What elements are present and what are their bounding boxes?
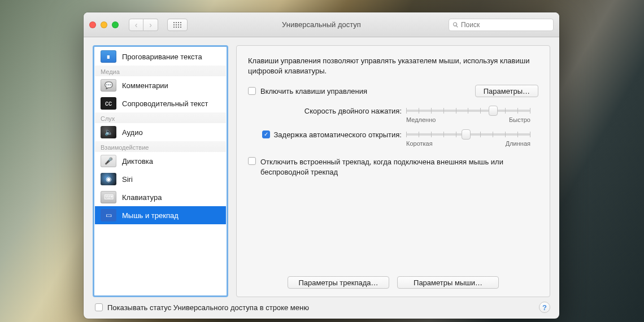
sidebar-item-label: Диктовка <box>122 157 153 166</box>
show-in-menubar-label: Показывать статус Универсального доступа… <box>107 303 309 312</box>
sidebar-item-label: Комментарии <box>122 81 168 90</box>
sidebar-item-captions[interactable]: cc Сопроводительный текст <box>95 94 226 112</box>
close-icon[interactable] <box>89 21 96 28</box>
slider-max-label: Быстро <box>509 116 530 123</box>
sidebar-item-siri[interactable]: ◉ Siri <box>95 170 226 188</box>
nav-buttons: ‹ › <box>129 19 158 31</box>
keyboard-icon: ⌨ <box>101 191 116 203</box>
category-list[interactable]: ∎ Проговаривание текста Медиа 💬 Коммента… <box>95 47 226 295</box>
chevron-left-icon: ‹ <box>135 20 138 29</box>
slider-knob-icon[interactable] <box>489 106 498 116</box>
mouse-options-button[interactable]: Параметры мыши… <box>397 276 499 289</box>
trackpad-options-button[interactable]: Параметры трекпада… <box>288 276 389 289</box>
section-header-media: Медиа <box>95 66 226 76</box>
sidebar-item-speech[interactable]: ∎ Проговаривание текста <box>95 47 226 66</box>
search-field[interactable] <box>449 19 554 31</box>
section-header-hearing: Слух <box>95 112 226 123</box>
sidebar-item-mouse-trackpad[interactable]: ▭ Мышь и трекпад <box>95 206 226 224</box>
minimize-icon[interactable] <box>101 21 107 28</box>
sidebar-item-label: Клавиатура <box>122 193 162 202</box>
spring-delay-label: Задержка автоматического открытия: <box>273 130 402 139</box>
category-sidebar: ∎ Проговаривание текста Медиа 💬 Коммента… <box>93 45 228 297</box>
spring-delay-slider[interactable] <box>406 133 530 136</box>
mouse-keys-options-button[interactable]: Параметры… <box>475 85 538 97</box>
grid-icon <box>173 22 181 28</box>
captions-icon: cc <box>101 97 116 110</box>
ignore-trackpad-checkbox[interactable] <box>248 157 256 165</box>
window-footer: Показывать статус Универсального доступа… <box>93 297 550 313</box>
back-button[interactable]: ‹ <box>129 19 143 31</box>
ignore-trackpad-label: Отключить встроенный трекпад, когда подк… <box>260 157 538 177</box>
search-input[interactable] <box>461 21 550 29</box>
display-screen-icon: ∎ <box>101 50 116 63</box>
slider-min-label: Короткая <box>406 140 433 147</box>
titlebar: ‹ › Универсальный доступ <box>84 12 559 37</box>
enable-mouse-keys-label: Включить клавиши управления <box>260 87 367 95</box>
enable-mouse-keys-checkbox[interactable] <box>248 87 256 95</box>
speech-bubble-icon: 💬 <box>101 79 116 92</box>
mouse-keys-description: Клавиши управления позволяют управлять у… <box>248 56 538 76</box>
show-in-menubar-checkbox[interactable] <box>95 303 103 311</box>
traffic-lights <box>89 21 119 28</box>
siri-icon: ◉ <box>101 173 116 185</box>
show-all-button[interactable] <box>167 19 188 31</box>
help-button[interactable]: ? <box>539 302 550 313</box>
sidebar-item-label: Мышь и трекпад <box>122 211 179 220</box>
forward-button[interactable]: › <box>143 19 158 31</box>
sidebar-item-label: Аудио <box>122 128 143 137</box>
slider-max-label: Длинная <box>506 140 530 147</box>
search-icon <box>452 21 459 28</box>
double-click-speed-row: Скорость двойного нажатия: Медленно Быст… <box>248 106 538 123</box>
sidebar-item-label: Siri <box>122 175 133 184</box>
bottom-button-row: Параметры трекпада… Параметры мыши… <box>248 269 538 289</box>
spring-delay-row: Задержка автоматического открытия: Корот… <box>248 130 538 147</box>
chevron-right-icon: › <box>149 20 152 29</box>
double-click-speed-label: Скорость двойного нажатия: <box>248 106 406 115</box>
settings-panel: Клавиши управления позволяют управлять у… <box>236 45 550 297</box>
double-click-speed-slider[interactable] <box>406 110 530 112</box>
prefs-window: ‹ › Универсальный доступ ∎ Проговари <box>84 12 559 319</box>
slider-min-label: Медленно <box>406 116 436 123</box>
sidebar-item-audio[interactable]: 🔈 Аудио <box>95 123 226 141</box>
speaker-icon: 🔈 <box>101 126 116 138</box>
sidebar-item-keyboard[interactable]: ⌨ Клавиатура <box>95 188 226 206</box>
mouse-trackpad-icon: ▭ <box>101 209 116 221</box>
microphone-icon: 🎤 <box>101 155 116 167</box>
sidebar-item-descriptions[interactable]: 💬 Комментарии <box>95 76 226 94</box>
sidebar-item-label: Проговаривание текста <box>122 53 202 61</box>
zoom-icon[interactable] <box>112 21 119 28</box>
question-icon: ? <box>542 303 547 312</box>
sidebar-item-label: Сопроводительный текст <box>122 99 208 108</box>
slider-knob-icon[interactable] <box>462 129 471 140</box>
sidebar-item-dictation[interactable]: 🎤 Диктовка <box>95 152 226 170</box>
spring-delay-checkbox[interactable] <box>262 130 270 138</box>
window-body: ∎ Проговаривание текста Медиа 💬 Коммента… <box>84 37 559 319</box>
section-header-interaction: Взаимодействие <box>95 141 226 152</box>
